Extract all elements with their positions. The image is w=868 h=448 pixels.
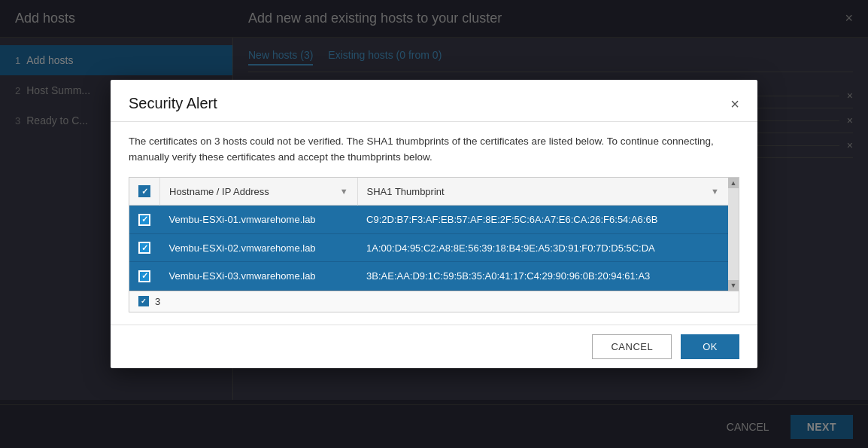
- header-thumbprint-label: SHA1 Thumbprint: [367, 186, 445, 197]
- row2-thumbprint: 1A:00:D4:95:C2:A8:8E:56:39:18:B4:9E:A5:3…: [357, 233, 728, 262]
- modal-body: The certificates on 3 hosts could not be…: [111, 122, 757, 325]
- row1-thumbprint: C9:2D:B7:F3:AF:EB:57:AF:8E:2F:5C:6A:A7:E…: [357, 206, 728, 234]
- scroll-down-arrow[interactable]: ▼: [728, 280, 739, 291]
- row3-checkbox-cell: [129, 262, 160, 291]
- table-header-row: Hostname / IP Address ▼ SHA1 Thumbprint …: [129, 178, 728, 206]
- row1-checkbox[interactable]: [138, 214, 150, 226]
- modal-footer: CANCEL OK: [111, 325, 757, 368]
- table-row: Vembu-ESXi-03.vmwarehome.lab 3B:AE:AA:D9…: [129, 262, 728, 291]
- modal-header: Security Alert ×: [111, 80, 757, 122]
- footer-checkbox[interactable]: [138, 296, 149, 306]
- modal-overlay: Security Alert × The certificates on 3 h…: [0, 0, 868, 448]
- certificate-table-body: Vembu-ESXi-01.vmwarehome.lab C9:2D:B7:F3…: [129, 206, 728, 291]
- row1-checkbox-cell: [129, 206, 160, 234]
- row1-hostname: Vembu-ESXi-01.vmwarehome.lab: [160, 206, 358, 234]
- modal-title: Security Alert: [129, 95, 217, 112]
- table-scrollbar[interactable]: ▲ ▼: [728, 178, 739, 291]
- hostname-filter-icon[interactable]: ▼: [340, 187, 348, 196]
- modal-description: The certificates on 3 hosts could not be…: [129, 134, 739, 165]
- modal-cancel-button[interactable]: CANCEL: [592, 334, 672, 359]
- table-row: Vembu-ESXi-01.vmwarehome.lab C9:2D:B7:F3…: [129, 206, 728, 234]
- select-all-checkbox[interactable]: [138, 185, 150, 197]
- header-hostname-label: Hostname / IP Address: [169, 186, 269, 197]
- table-row: Vembu-ESXi-02.vmwarehome.lab 1A:00:D4:95…: [129, 233, 728, 262]
- certificate-table: Hostname / IP Address ▼ SHA1 Thumbprint …: [129, 178, 728, 291]
- modal-close-button[interactable]: ×: [730, 96, 739, 111]
- row3-hostname: Vembu-ESXi-03.vmwarehome.lab: [160, 262, 358, 291]
- security-alert-modal: Security Alert × The certificates on 3 h…: [111, 80, 757, 368]
- header-hostname: Hostname / IP Address ▼: [160, 178, 358, 206]
- scroll-up-arrow[interactable]: ▲: [728, 178, 739, 188]
- certificate-table-container: Hostname / IP Address ▼ SHA1 Thumbprint …: [129, 177, 739, 312]
- row2-checkbox[interactable]: [138, 242, 150, 254]
- table-footer: 3: [129, 291, 739, 312]
- row3-thumbprint: 3B:AE:AA:D9:1C:59:5B:35:A0:41:17:C4:29:9…: [357, 262, 728, 291]
- row2-hostname: Vembu-ESXi-02.vmwarehome.lab: [160, 233, 358, 262]
- header-checkbox-cell: [129, 178, 160, 206]
- header-thumbprint: SHA1 Thumbprint ▼: [357, 178, 728, 206]
- modal-ok-button[interactable]: OK: [681, 334, 739, 359]
- row3-checkbox[interactable]: [138, 270, 150, 282]
- row2-checkbox-cell: [129, 233, 160, 262]
- footer-count: 3: [155, 296, 160, 307]
- thumbprint-filter-icon[interactable]: ▼: [711, 187, 719, 196]
